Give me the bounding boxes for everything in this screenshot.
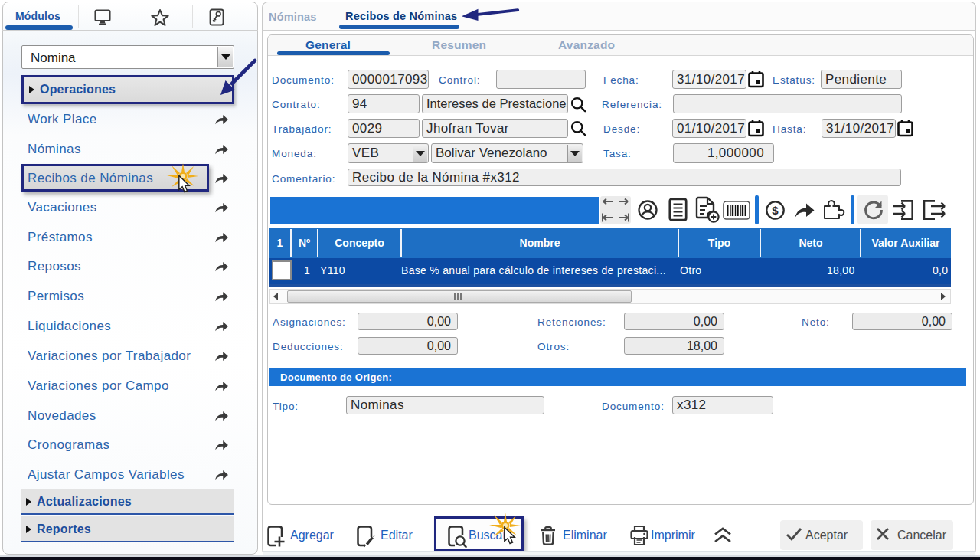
svg-text:$: $ bbox=[772, 204, 779, 217]
